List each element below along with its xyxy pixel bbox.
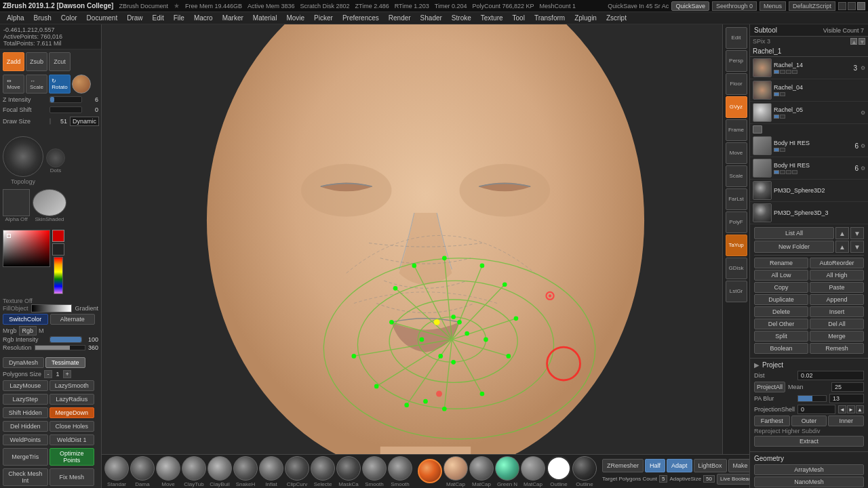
polygons-stepper[interactable]: - 1 +	[44, 370, 71, 378]
menu-edit[interactable]: Edit	[149, 14, 168, 22]
lightbox-button[interactable]: LightBox	[694, 459, 727, 472]
extract-button[interactable]: Extract	[754, 436, 864, 447]
rotate-tool[interactable]: ↻Rotato	[49, 75, 71, 94]
defaultzscript-button[interactable]: DefaultZScript	[789, 1, 835, 11]
subtool-item-rachel04[interactable]: Rachel_04	[750, 79, 868, 102]
brush-standard[interactable]: Standar	[104, 456, 129, 487]
z-intensity-slider[interactable]	[50, 96, 82, 103]
shift-hidden-button[interactable]: Shift Hidden	[3, 407, 48, 418]
subtool-eye-rachel14[interactable]	[774, 70, 779, 74]
subtool-item-rachel05[interactable]: Rachel_05 ⚙	[750, 102, 868, 124]
folder-down-button[interactable]: ▼	[850, 241, 864, 253]
menus-button[interactable]: Menus	[760, 1, 786, 11]
list-all-button[interactable]: List All	[754, 227, 834, 239]
foreground-color[interactable]	[52, 230, 64, 242]
live-boolean-button[interactable]: Live Boolean	[717, 474, 749, 485]
rgb-button[interactable]: Rgb	[19, 326, 37, 336]
subtool-eye-rachel05[interactable]	[774, 115, 779, 119]
folder-up-button[interactable]: ▲	[835, 241, 849, 253]
scale-tool[interactable]: ↔Scale	[26, 75, 47, 94]
farthest-button[interactable]: Farthest	[754, 415, 790, 426]
matcap-orange-active[interactable]	[418, 459, 442, 484]
duplicate-button[interactable]: Duplicate	[754, 294, 808, 305]
subtool-sub2-body2[interactable]	[792, 170, 797, 174]
list-up-button[interactable]: ▲	[835, 227, 849, 239]
alternate-button[interactable]: Alternate	[50, 314, 96, 325]
frame-tool-button[interactable]: Frame	[726, 119, 747, 141]
new-folder-button[interactable]: New Folder	[754, 241, 834, 253]
brush-smooth[interactable]: Smooth	[362, 456, 387, 487]
autoreorder-button[interactable]: AutoReorder	[810, 258, 864, 268]
copy-button[interactable]: Copy	[754, 282, 808, 293]
menu-document[interactable]: Document	[83, 14, 122, 22]
matcap-green[interactable]: Green N	[495, 456, 519, 487]
boolean-button[interactable]: Boolean	[754, 343, 808, 354]
menu-marker[interactable]: Marker	[218, 14, 248, 22]
matcap-gray[interactable]: MatCap	[469, 456, 494, 487]
matcap-skin[interactable]: MatCap	[443, 456, 468, 487]
subtool-eye-body1[interactable]	[774, 148, 779, 152]
brush-clipcurve[interactable]: ClipCurv	[285, 456, 309, 487]
menu-tool[interactable]: Tool	[509, 14, 529, 22]
proj-arrow1[interactable]: ◄	[838, 405, 846, 413]
floor-tool-button[interactable]: Floor	[726, 73, 747, 95]
viewport-3d[interactable]	[102, 24, 749, 454]
rename-button[interactable]: Rename	[754, 258, 808, 268]
subtool-lock-rachel04[interactable]	[780, 92, 785, 96]
quicksave-button[interactable]: QuickSave	[671, 1, 709, 11]
gradient-bar[interactable]	[31, 304, 73, 312]
subtool-lock-rachel14[interactable]	[780, 70, 785, 74]
subtool-col-body2[interactable]	[786, 170, 791, 174]
dynmesh-tab[interactable]: DynaMesh	[3, 357, 44, 368]
proj-arrow3[interactable]: ▲	[856, 405, 864, 413]
folder-row-body[interactable]	[750, 124, 868, 135]
subtool-item-rachel14[interactable]: Rachel_14 3 ⚙	[750, 57, 868, 79]
optimize-points-button[interactable]: Optimize Points	[50, 448, 95, 466]
brush-maskx[interactable]: MaskCa	[336, 456, 361, 487]
polyf-tool-button[interactable]: PolyF	[726, 211, 747, 233]
material-sphere[interactable]	[72, 75, 91, 94]
persp-tool-button[interactable]: Persp	[726, 50, 747, 72]
move-tool[interactable]: ⇔Move	[3, 75, 24, 94]
pa-blur-slider[interactable]	[797, 395, 827, 402]
focal-shift-slider[interactable]	[50, 106, 82, 113]
projection-shell-value[interactable]: 0	[797, 405, 835, 414]
del-other-button[interactable]: Del Other	[754, 319, 808, 329]
subtool-next-button[interactable]: ▼	[859, 38, 865, 45]
subtool-lock-body1[interactable]	[780, 148, 785, 152]
subtool-prev-button[interactable]: ▲	[850, 38, 857, 45]
max-button[interactable]	[848, 2, 856, 10]
topology-brush-preview[interactable]	[3, 136, 43, 177]
subtool-poly-rachel14[interactable]	[786, 70, 791, 74]
farlst-tool-button[interactable]: FarLst	[726, 188, 747, 210]
menu-alpha[interactable]: Alpha	[3, 14, 28, 22]
del-all-button[interactable]: Del All	[810, 319, 864, 329]
make-button[interactable]: Make	[728, 459, 749, 472]
all-low-button[interactable]: All Low	[754, 270, 808, 281]
fix-mesh-button[interactable]: Fix Mesh	[50, 468, 95, 486]
menu-stroke[interactable]: Stroke	[448, 14, 475, 22]
menu-brush[interactable]: Brush	[30, 14, 56, 22]
inner-button[interactable]: Inner	[828, 415, 864, 426]
brush-selectrect[interactable]: Selecte	[311, 456, 335, 487]
project-all-button[interactable]: ProjectAll	[754, 382, 785, 392]
edit-tool-button[interactable]: Edit	[726, 27, 747, 49]
zadd-button[interactable]: Zadd	[3, 52, 24, 71]
matcap-outline[interactable]: Outline	[547, 456, 571, 487]
subtool-lock-rachel05[interactable]	[780, 115, 785, 119]
pa-blur-value[interactable]: 13	[829, 394, 864, 403]
skin-shader-preview[interactable]	[33, 189, 66, 216]
subtool-item-body1[interactable]: Body HI RES 6 ⚙	[750, 135, 868, 157]
seethrough-button[interactable]: Seethrough 0	[712, 1, 757, 11]
split-button[interactable]: Split	[754, 331, 808, 342]
rgb-intensity-slider[interactable]	[50, 336, 82, 343]
brush-claytubes[interactable]: ClayTub	[182, 456, 206, 487]
subtool-gear-rachel14[interactable]: ⚙	[861, 65, 865, 71]
subtool-item-sphere2[interactable]: PM3D_Sphere3D2	[750, 180, 868, 202]
close-holes-button[interactable]: Close Holes	[50, 421, 95, 432]
nano-mesh-button[interactable]: NanoMesh	[754, 476, 864, 487]
half-button[interactable]: Half	[645, 459, 665, 472]
lstgr-tool-button[interactable]: LstGr	[726, 281, 747, 302]
brush-snakehook[interactable]: SnakeH	[233, 456, 258, 487]
switch-color-button[interactable]: SwitchColor	[3, 314, 48, 325]
